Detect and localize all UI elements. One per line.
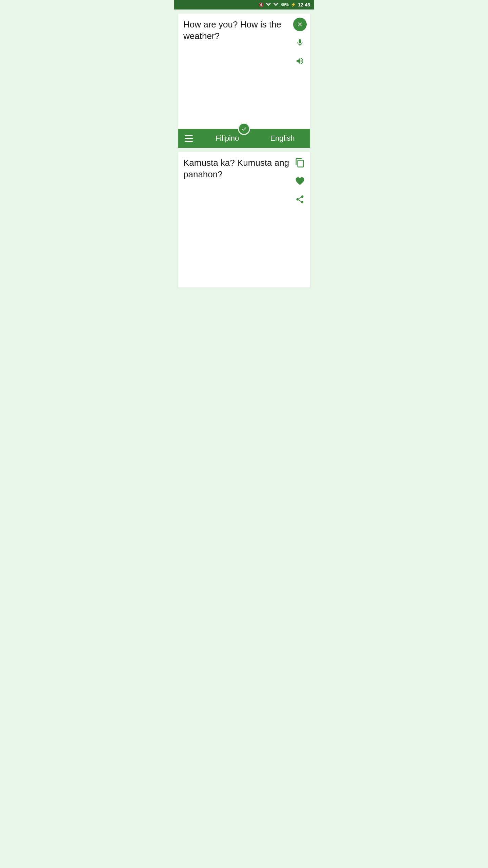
language-bar: Filipino English (178, 129, 310, 148)
menu-line-3 (185, 141, 193, 142)
battery-indicator: 86% (281, 2, 289, 7)
clear-button[interactable] (293, 18, 307, 31)
share-button[interactable] (293, 193, 307, 206)
microphone-button[interactable] (293, 36, 307, 50)
signal-icon (273, 2, 279, 8)
menu-button[interactable] (178, 134, 200, 143)
target-language-button[interactable]: English (255, 134, 310, 143)
swap-languages-button[interactable] (238, 123, 250, 135)
favorite-button[interactable] (293, 174, 307, 188)
output-panel: Kamusta ka? Kumusta ang panahon? (178, 152, 310, 288)
source-language-button[interactable]: Filipino (200, 134, 255, 143)
menu-line-1 (185, 135, 193, 136)
input-actions (293, 18, 307, 68)
copy-button[interactable] (293, 156, 307, 170)
wifi-icon (266, 2, 271, 8)
input-panel: How are you? How is the weather? (178, 14, 310, 129)
charging-icon: ⚡ (291, 2, 296, 7)
translated-text: Kamusta ka? Kumusta ang panahon? (183, 157, 293, 180)
output-actions (293, 156, 307, 206)
mute-icon: 🔇 (259, 2, 264, 7)
clock: 12:46 (298, 2, 310, 7)
source-text[interactable]: How are you? How is the weather? (183, 19, 293, 42)
status-bar: 🔇 86% ⚡ 12:46 (174, 0, 314, 9)
speaker-button[interactable] (293, 54, 307, 68)
menu-line-2 (185, 138, 193, 139)
